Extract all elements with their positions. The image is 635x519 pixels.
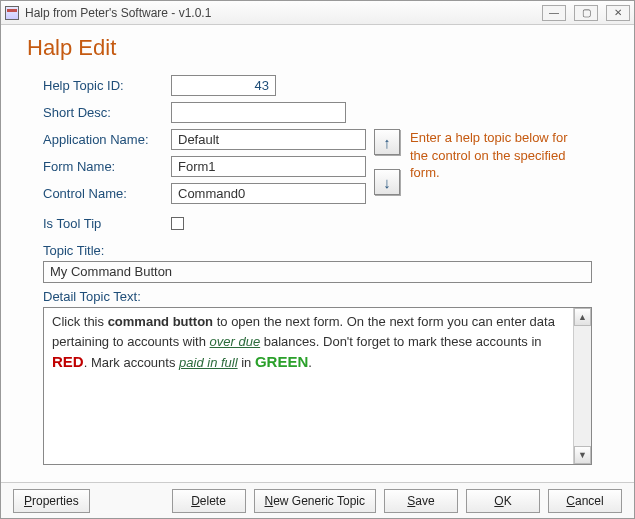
save-button[interactable]: Save (384, 489, 458, 513)
form-name-label: Form Name: (43, 159, 163, 174)
detail-scrollbar[interactable]: ▲ ▼ (573, 308, 591, 464)
control-name-label: Control Name: (43, 186, 163, 201)
control-name-field[interactable]: Command0 (171, 183, 366, 204)
scroll-down-button[interactable]: ▼ (574, 446, 591, 464)
topic-title-field[interactable]: My Command Button (43, 261, 592, 283)
detail-text: in (238, 355, 255, 370)
topic-title-label: Topic Title: (43, 243, 614, 258)
delete-button[interactable]: Delete (172, 489, 246, 513)
detail-text-overdue: over due (210, 334, 261, 349)
detail-text-bold: command button (108, 314, 213, 329)
scroll-up-button[interactable]: ▲ (574, 308, 591, 326)
properties-button[interactable]: Properties (13, 489, 90, 513)
window-title: Halp from Peter's Software - v1.0.1 (25, 6, 534, 20)
is-tooltip-checkbox[interactable] (171, 217, 184, 230)
detail-text-body[interactable]: Click this command button to open the ne… (44, 308, 573, 464)
window-frame: Halp from Peter's Software - v1.0.1 — ▢ … (0, 0, 635, 519)
form-name-field[interactable]: Form1 (171, 156, 366, 177)
short-desc-field[interactable] (171, 102, 346, 123)
detail-text-field[interactable]: Click this command button to open the ne… (43, 307, 592, 465)
move-down-button[interactable]: ↓ (374, 169, 400, 195)
hint-text: Enter a help topic below for the control… (410, 129, 580, 182)
application-name-field[interactable]: Default (171, 129, 366, 150)
help-topic-id-label: Help Topic ID: (43, 78, 163, 93)
detail-text-red: RED (52, 353, 84, 370)
ok-button[interactable]: OK (466, 489, 540, 513)
cancel-button[interactable]: Cancel (548, 489, 622, 513)
titlebar: Halp from Peter's Software - v1.0.1 — ▢ … (1, 1, 634, 25)
maximize-button[interactable]: ▢ (574, 5, 598, 21)
detail-text: Click this (52, 314, 108, 329)
close-button[interactable]: ✕ (606, 5, 630, 21)
client-area: Halp Edit Help Topic ID: 43 Short Desc: … (1, 25, 634, 482)
scroll-track[interactable] (574, 326, 591, 446)
button-bar: Properties Delete New Generic Topic Save… (1, 482, 634, 518)
move-up-button[interactable]: ↑ (374, 129, 400, 155)
is-tooltip-label: Is Tool Tip (43, 216, 163, 231)
detail-label: Detail Topic Text: (43, 289, 614, 304)
detail-text: . Mark accounts (84, 355, 179, 370)
detail-text-paid: paid in full (179, 355, 238, 370)
new-generic-topic-button[interactable]: New Generic Topic (254, 489, 377, 513)
app-icon (5, 6, 19, 20)
minimize-button[interactable]: — (542, 5, 566, 21)
short-desc-label: Short Desc: (43, 105, 163, 120)
form-grid: Help Topic ID: 43 Short Desc: Applicatio… (43, 75, 614, 210)
detail-text: . (308, 355, 312, 370)
page-title: Halp Edit (27, 35, 614, 61)
detail-text-green: GREEN (255, 353, 308, 370)
help-topic-id-field[interactable]: 43 (171, 75, 276, 96)
application-name-label: Application Name: (43, 132, 163, 147)
detail-text: balances. Don't forget to mark these acc… (260, 334, 541, 349)
